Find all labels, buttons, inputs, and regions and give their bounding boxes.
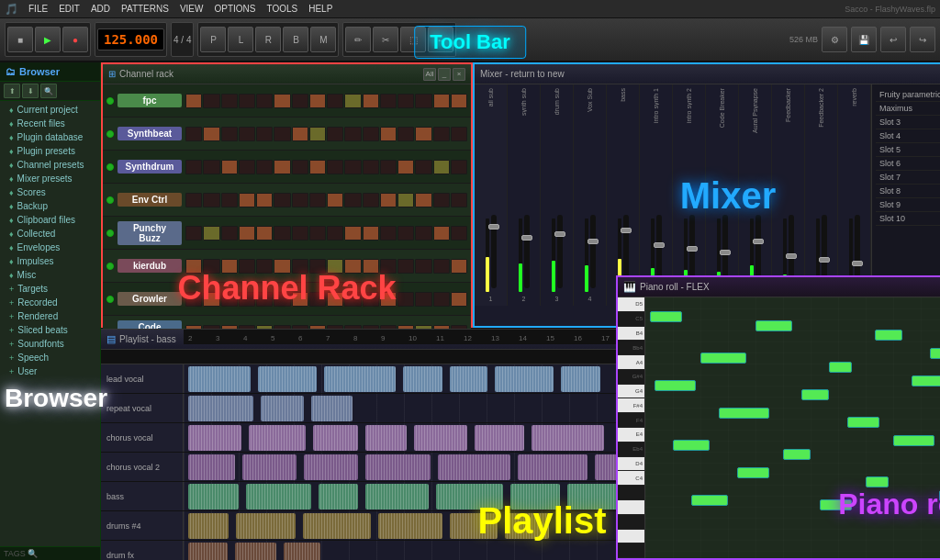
piano-key-G4[interactable]: G4 [618, 385, 644, 399]
pad-2-5[interactable] [274, 160, 290, 174]
tool1-btn[interactable]: ✏ [345, 27, 371, 52]
pad-4-11[interactable] [380, 226, 397, 241]
pad-6-2[interactable] [221, 292, 238, 307]
pad-4-7[interactable] [309, 226, 326, 241]
pad-5-11[interactable] [380, 259, 397, 274]
playlist-clip-4-2[interactable] [319, 484, 358, 510]
channel-name-3[interactable]: Env Ctrl [118, 193, 182, 207]
piano-key-B4[interactable]: B4 [618, 329, 644, 341]
pad-0-10[interactable] [363, 94, 379, 108]
piano-key-B3[interactable] [618, 486, 644, 500]
stop-button[interactable]: ■ [7, 27, 33, 52]
playlist-clip-2-3[interactable] [365, 425, 407, 451]
pad-2-4[interactable] [256, 160, 273, 174]
piano-note-13[interactable] [783, 449, 811, 460]
menu-add[interactable]: ADD [86, 3, 115, 15]
mixer-insert-1[interactable]: Maximus [876, 102, 940, 116]
pad-3-3[interactable] [239, 193, 255, 207]
piano-note-7[interactable] [801, 389, 829, 400]
browser-tool-2[interactable]: ⬇ [22, 84, 39, 98]
pad-1-12[interactable] [397, 127, 414, 141]
playlist-clip-3-2[interactable] [304, 454, 358, 480]
tags-search-icon[interactable]: 🔍 [28, 549, 38, 558]
pad-5-1[interactable] [203, 259, 219, 274]
playlist-clip-2-6[interactable] [532, 425, 604, 451]
menu-tools[interactable]: TOOLS [262, 3, 302, 15]
pad-2-8[interactable] [327, 160, 343, 174]
pad-1-14[interactable] [433, 127, 450, 141]
pad-4-1[interactable] [203, 226, 219, 241]
browser-item-19[interactable]: +User [0, 364, 100, 378]
pad-0-4[interactable] [256, 94, 273, 108]
pad-1-4[interactable] [256, 127, 273, 141]
pad-2-13[interactable] [415, 160, 431, 174]
pad-0-14[interactable] [433, 94, 450, 108]
playlist-clip-2-2[interactable] [313, 425, 358, 451]
pad-3-1[interactable] [203, 193, 219, 207]
menu-options[interactable]: OPTIONS [209, 3, 260, 15]
mixer-insert-0[interactable]: Fruity parametric EQ 2 [876, 88, 940, 102]
cr-btn-all[interactable]: All [423, 68, 436, 81]
mixer-insert-3[interactable]: Slot 4 [876, 129, 940, 143]
pad-5-0[interactable] [185, 259, 202, 274]
pad-3-12[interactable] [397, 193, 414, 207]
channel-name-4[interactable]: Punchy Buzz [118, 221, 182, 245]
channel-led-4[interactable] [106, 230, 114, 237]
pad-1-9[interactable] [344, 127, 361, 141]
pad-5-12[interactable] [397, 259, 414, 274]
pad-3-7[interactable] [309, 193, 326, 207]
piano-roll-grid[interactable] [645, 329, 940, 558]
pad-2-10[interactable] [363, 160, 379, 174]
pad-3-8[interactable] [327, 193, 343, 207]
browser-item-0[interactable]: ♦Current project [0, 103, 100, 117]
piano-note-5[interactable] [930, 348, 940, 359]
browser-item-14[interactable]: +Recorded [0, 296, 100, 309]
pad-5-2[interactable] [221, 259, 238, 274]
menu-patterns[interactable]: PATTERNS [117, 3, 173, 15]
playlist-clip-2-4[interactable] [414, 425, 467, 451]
pad-3-15[interactable] [451, 193, 467, 207]
pad-3-6[interactable] [292, 193, 308, 207]
pianoroll-btn[interactable]: R [255, 27, 281, 52]
channel-name-0[interactable]: fpc [118, 94, 182, 107]
pad-6-10[interactable] [363, 292, 379, 307]
playlist-clip-4-4[interactable] [436, 484, 503, 510]
playlist-clip-6-1[interactable] [235, 543, 276, 560]
piano-key-A4[interactable]: A4 [618, 355, 644, 370]
pad-1-7[interactable] [309, 127, 326, 141]
pad-6-15[interactable] [451, 292, 467, 307]
browser-item-8[interactable]: ♦Clipboard files [0, 213, 100, 227]
pad-2-15[interactable] [451, 160, 467, 174]
pad-5-5[interactable] [274, 259, 290, 274]
playlist-clip-6-0[interactable] [188, 543, 228, 560]
mixer-btn[interactable]: M [310, 27, 336, 52]
mixer-fader-knob-9[interactable] [786, 253, 797, 259]
piano-note-1[interactable] [755, 329, 792, 331]
mixer-fader-knob-0[interactable] [488, 224, 499, 230]
pad-2-12[interactable] [397, 160, 414, 174]
pad-1-0[interactable] [185, 127, 202, 141]
playlist-clip-5-5[interactable] [505, 513, 549, 539]
pad-4-5[interactable] [274, 226, 290, 241]
pad-5-10[interactable] [363, 259, 379, 274]
cr-close[interactable]: × [453, 68, 465, 81]
browser-tool-1[interactable]: ⬆ [4, 84, 20, 98]
piano-key-Bb4[interactable]: Bb4 [618, 341, 644, 355]
pad-6-9[interactable] [344, 292, 361, 307]
playlist-clip-3-5[interactable] [518, 454, 588, 480]
pad-2-6[interactable] [292, 160, 308, 174]
record-button[interactable]: ● [62, 27, 88, 52]
pad-0-6[interactable] [292, 94, 308, 108]
pad-6-8[interactable] [327, 292, 343, 307]
pad-1-6[interactable] [292, 127, 308, 141]
browser-item-2[interactable]: ♦Plugin database [0, 130, 100, 144]
browser-item-6[interactable]: ♦Scores [0, 185, 100, 199]
pad-6-3[interactable] [239, 292, 255, 307]
piano-key-C4[interactable]: C4 [618, 471, 644, 486]
pad-4-13[interactable] [415, 226, 431, 241]
pad-0-1[interactable] [203, 94, 219, 108]
cr-minimize[interactable]: _ [438, 68, 451, 81]
piano-note-18[interactable] [691, 495, 728, 506]
menu-file[interactable]: FILE [24, 3, 52, 15]
pad-5-6[interactable] [292, 259, 308, 274]
